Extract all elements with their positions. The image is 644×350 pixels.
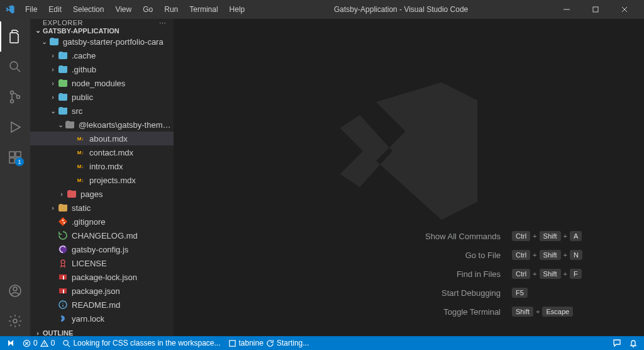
gatsby-file-icon [58, 244, 68, 254]
explorer-sidebar: EXPLORER ··· ⌄ GATSBY-APPLICATION ⌄gatsb… [30, 19, 174, 336]
file-row[interactable]: yarn.lock [30, 312, 174, 325]
folder-row[interactable]: ›public [30, 90, 174, 104]
menu-edit[interactable]: Edit [43, 3, 67, 16]
chevron-right-icon: › [48, 204, 58, 212]
chevron-down-icon: ⌄ [39, 38, 49, 46]
folder-row[interactable]: ⌄@lekoarts\gatsby-theme-cara\s... [30, 118, 174, 132]
tree-label: LICENSE [72, 259, 107, 268]
status-text: tabnine [239, 339, 264, 347]
status-tabnine[interactable]: tabnine Starting... [225, 336, 313, 350]
status-remote[interactable] [3, 336, 19, 350]
yarn-file-icon [58, 313, 68, 324]
welcome-label: Show All Commands [406, 232, 501, 241]
tree-label: .cache [72, 51, 96, 60]
editor-area: Show All CommandsCtrl+Shift+A Go to File… [174, 19, 644, 336]
file-row[interactable]: M↓projects.mdx [30, 173, 174, 187]
svg-point-11 [13, 319, 17, 323]
errors-count: 0 [33, 339, 38, 347]
vscode-watermark-icon [327, 69, 491, 233]
window-maximize[interactable] [581, 0, 610, 19]
file-row[interactable]: M↓contact.mdx [30, 145, 174, 159]
explorer-header: EXPLORER ··· [30, 19, 174, 26]
svg-rect-5 [9, 152, 14, 157]
changelog-file-icon [58, 230, 68, 240]
chevron-right-icon: › [48, 65, 58, 73]
activity-extensions[interactable]: 1 [0, 142, 30, 172]
tree-label: static [72, 203, 91, 213]
folder-row[interactable]: ›.cache [30, 48, 174, 62]
window-close[interactable] [610, 0, 639, 19]
activity-settings[interactable] [0, 306, 30, 336]
vscode-logo-icon [5, 4, 15, 14]
svg-rect-17 [63, 276, 64, 279]
explorer-more-icon[interactable]: ··· [159, 19, 166, 26]
folder-icon [58, 92, 68, 102]
welcome-label: Toggle Terminal [406, 307, 501, 317]
folder-row[interactable]: ›.github [30, 62, 174, 76]
window-title: Gatsby-Application - Visual Studio Code [250, 5, 552, 14]
menu-selection[interactable]: Selection [68, 3, 109, 16]
svg-rect-6 [9, 158, 14, 163]
folder-row[interactable]: ›node_modules [30, 76, 174, 90]
welcome-commands: Show All CommandsCtrl+Shift+A Go to File… [298, 227, 587, 321]
welcome-label: Go to File [406, 251, 501, 260]
status-feedback[interactable] [609, 336, 625, 350]
folder-row[interactable]: ›pages [30, 187, 174, 201]
file-row[interactable]: package-lock.json [30, 270, 174, 284]
svg-rect-23 [229, 340, 235, 346]
file-row[interactable]: M↓intro.mdx [30, 159, 174, 173]
activity-run-debug[interactable] [0, 112, 30, 142]
folder-row[interactable]: ⌄src [30, 104, 174, 118]
folder-row[interactable]: ›static [30, 201, 174, 215]
folder-icon [67, 189, 77, 199]
workspace-name: GATSBY-APPLICATION [43, 27, 119, 35]
file-row[interactable]: gatsby-config.js [30, 242, 174, 256]
file-row[interactable]: M↓about.mdx [30, 132, 174, 145]
status-notifications[interactable] [625, 336, 641, 350]
menu-go[interactable]: Go [138, 3, 158, 16]
svg-point-4 [17, 96, 20, 99]
menu-file[interactable]: File [20, 3, 42, 16]
activity-explorer[interactable] [0, 21, 30, 52]
tree-label: package-lock.json [72, 273, 137, 282]
svg-point-2 [11, 91, 14, 94]
tree-label: @lekoarts\gatsby-theme-cara\s... [79, 120, 174, 130]
shortcut: Shift+Escape [512, 307, 587, 317]
shortcut: Ctrl+Shift+N [512, 250, 587, 260]
npm-file-icon [58, 286, 68, 296]
svg-point-12 [62, 220, 64, 221]
tree-label: .gitignore [72, 217, 105, 227]
file-row[interactable]: LICENSE [30, 256, 174, 270]
chevron-down-icon: ⌄ [33, 26, 43, 35]
chevron-right-icon: › [48, 93, 58, 101]
tree-label: about.mdx [89, 134, 128, 144]
activity-accounts[interactable] [0, 276, 30, 306]
file-row[interactable]: .gitignore [30, 215, 174, 229]
svg-rect-0 [593, 7, 598, 12]
menu-run[interactable]: Run [159, 3, 183, 16]
folder-row[interactable]: ⌄gatsby-starter-portfolio-cara [30, 35, 174, 48]
tree-label: package.json [72, 286, 120, 296]
file-row[interactable]: package.json [30, 284, 174, 298]
menu-bar: File Edit Selection View Go Run Terminal… [20, 3, 250, 16]
chevron-right-icon: › [57, 190, 67, 198]
status-bar: 0 0 Looking for CSS classes in the works… [0, 336, 644, 350]
tree-label: .github [72, 65, 96, 74]
status-problems[interactable]: 0 0 [19, 336, 58, 350]
folder-icon [58, 64, 68, 74]
menu-terminal[interactable]: Terminal [184, 3, 223, 16]
chevron-right-icon: › [48, 52, 58, 59]
file-row[interactable]: README.md [30, 298, 174, 312]
file-row[interactable]: CHANGELOG.md [30, 229, 174, 242]
menu-help[interactable]: Help [225, 3, 250, 16]
status-css-scan[interactable]: Looking for CSS classes in the workspace… [58, 336, 224, 350]
workspace-section[interactable]: ⌄ GATSBY-APPLICATION [30, 26, 174, 35]
activity-search[interactable] [0, 52, 30, 82]
svg-rect-8 [16, 152, 21, 157]
activity-source-control[interactable] [0, 82, 30, 112]
svg-rect-19 [63, 290, 64, 293]
tree-label: contact.mdx [89, 148, 133, 157]
extensions-badge: 1 [15, 157, 24, 166]
menu-view[interactable]: View [110, 3, 136, 16]
window-minimize[interactable] [552, 0, 581, 19]
